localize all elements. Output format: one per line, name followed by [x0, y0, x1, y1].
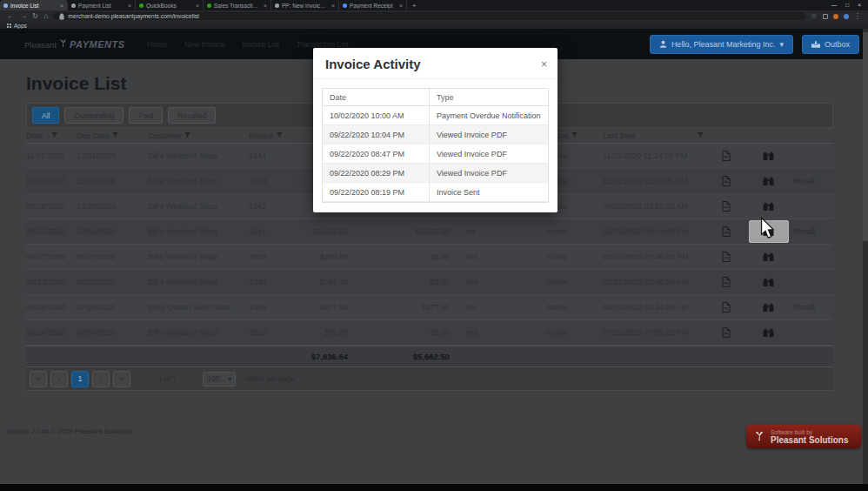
view-pdf-button[interactable] — [711, 145, 741, 166]
filter-funnel-icon[interactable] — [277, 132, 283, 138]
header-date[interactable]: Date ↑ — [26, 131, 77, 140]
recall-link[interactable]: Recall — [793, 177, 815, 185]
tab-title: Sales Transactions — [214, 3, 261, 9]
recall-link[interactable]: Recall — [793, 303, 815, 312]
header-customer[interactable]: Customer — [148, 131, 249, 140]
tab-close-icon[interactable]: × — [331, 3, 335, 9]
reload-icon[interactable]: ↻ — [32, 12, 38, 20]
pagination-bar: « ‹ 1 › » 1 of 1 100 ▾ items per page — [26, 367, 833, 391]
browser-tab[interactable]: Sales Transactions × — [204, 0, 271, 10]
pleasant-solutions-badge[interactable]: Software built by Pleasant Solutions — [746, 425, 861, 448]
view-pdf-button[interactable] — [711, 246, 741, 267]
page-scrollbar[interactable] — [863, 29, 868, 484]
browser-tab[interactable]: QuickBooks × — [136, 0, 204, 10]
nav-menu-item[interactable]: Invoice List — [242, 40, 279, 49]
nav-menu-item[interactable]: Home — [147, 40, 167, 49]
browser-tab[interactable]: Payment List × — [68, 0, 136, 10]
recall-link[interactable]: Recall — [793, 227, 815, 236]
filter-chip[interactable]: Paid — [129, 107, 163, 124]
apps-label[interactable]: Apps — [14, 23, 27, 29]
new-tab-button[interactable]: + — [407, 0, 422, 10]
pdf-document-icon — [722, 201, 731, 212]
view-activity-button[interactable] — [749, 145, 789, 167]
extensions-icon[interactable] — [823, 14, 828, 19]
forward-icon[interactable]: → — [20, 12, 28, 20]
filter-funnel-icon[interactable] — [184, 132, 190, 138]
tab-close-icon[interactable]: × — [128, 3, 131, 9]
view-pdf-button[interactable] — [711, 322, 741, 343]
next-page-button[interactable]: › — [92, 371, 110, 387]
view-pdf-button[interactable] — [711, 196, 741, 217]
filter-funnel-icon[interactable] — [51, 132, 57, 138]
cell-balance: $0.00 — [353, 252, 455, 261]
home-icon[interactable]: ⌂ — [43, 12, 48, 20]
first-page-button[interactable]: « — [30, 371, 47, 387]
filter-funnel-icon[interactable] — [571, 132, 578, 138]
cell-invoice: 1043 — [249, 177, 294, 185]
view-activity-button[interactable] — [749, 246, 789, 268]
invoice-row[interactable]: 09/13/2020 09/23/2020 Bill's Windsurf Sh… — [26, 270, 833, 295]
filter-chip[interactable]: Outstanding — [64, 107, 124, 124]
bookmark-star-icon[interactable]: ☆ — [811, 12, 818, 20]
window-control-button[interactable]: □ — [845, 3, 849, 9]
nav-menu-item[interactable]: New Invoice — [184, 40, 224, 49]
tab-close-icon[interactable]: × — [264, 3, 267, 9]
url-bar[interactable]: merchant-demo.pleasantpayments.com/invoi… — [53, 12, 805, 20]
nav-menu-item[interactable]: Transaction List — [297, 40, 349, 49]
filter-funnel-icon[interactable] — [698, 132, 704, 138]
view-pdf-button[interactable] — [711, 272, 741, 293]
view-pdf-button[interactable] — [711, 297, 741, 318]
cell-last-sent: 09/20/2020 03:34:06 AM — [603, 303, 709, 312]
dialog-close-icon[interactable]: × — [541, 58, 547, 71]
browser-tab-strip: Invoice List × Payment List × QuickBooks… — [0, 0, 868, 10]
badge-brand: Pleasant Solutions — [771, 435, 848, 445]
account-menu-button[interactable]: Hello, Pleasant Marketing Inc. ▾ — [650, 35, 793, 54]
scrollbar-thumb[interactable] — [863, 32, 868, 241]
window-control-button[interactable]: × — [858, 3, 861, 9]
secondary-avatar[interactable] — [844, 14, 849, 19]
window-control-button[interactable]: — — [831, 3, 838, 9]
browser-tab[interactable]: Payment Receipt × — [339, 0, 407, 10]
tab-favicon-icon — [275, 3, 279, 8]
activity-header-type: Type — [429, 89, 548, 105]
apps-grid-icon[interactable] — [7, 24, 11, 28]
page-size-select[interactable]: 100 ▾ — [203, 372, 236, 387]
view-activity-button[interactable] — [749, 321, 789, 344]
activity-type: Payment Overdue Notification — [429, 106, 548, 124]
filter-chip[interactable]: Recalled — [168, 107, 216, 124]
cell-customer: Bill's Windsurf Shop — [148, 278, 249, 286]
view-activity-button[interactable] — [749, 296, 789, 319]
prev-page-button[interactable]: ‹ — [50, 371, 68, 387]
view-pdf-button[interactable] — [711, 221, 741, 242]
view-activity-button[interactable] — [749, 170, 789, 192]
browser-tab[interactable]: PP: New Invoice - customerpaym × — [271, 0, 339, 10]
header-invoice[interactable]: Invoice — [249, 131, 294, 140]
profile-avatar[interactable] — [833, 14, 838, 19]
invoice-row[interactable]: 06/25/2020 07/25/2020 0969 Ocean View Ro… — [26, 295, 833, 320]
cell-last-sent: 09/28/2020 03:59:03 AM — [603, 202, 709, 211]
url-text: merchant-demo.pleasantpayments.com/invoi… — [68, 13, 199, 19]
tab-close-icon[interactable]: × — [60, 3, 63, 9]
tab-close-icon[interactable]: × — [399, 3, 403, 9]
filter-chip[interactable]: All — [32, 107, 59, 124]
browser-menu-icon[interactable]: ⋮ — [854, 12, 862, 20]
outbox-button[interactable]: Outbox — [802, 35, 859, 54]
binoculars-icon — [763, 278, 774, 286]
cell-invoice: 1041 — [249, 227, 294, 236]
view-activity-button[interactable] — [749, 195, 789, 218]
filter-funnel-icon[interactable] — [112, 132, 118, 138]
invoice-row[interactable]: 06/24/2020 07/24/2020 Bill's Windsurf Sh… — [26, 320, 833, 346]
last-page-button[interactable]: » — [113, 371, 130, 387]
tab-close-icon[interactable]: × — [196, 3, 199, 9]
invoice-row[interactable]: 09/21/2020 10/01/2020 Bill's Windsurf Sh… — [26, 219, 833, 245]
header-due-date[interactable]: Due Date — [77, 131, 148, 140]
invoice-row[interactable]: 09/17/2020 09/27/2020 Bill's Windsurf Sh… — [26, 245, 833, 270]
view-pdf-button[interactable] — [711, 171, 741, 192]
back-icon[interactable]: ← — [7, 12, 15, 20]
browser-tab[interactable]: Invoice List × — [0, 0, 68, 10]
header-last-sent[interactable]: Last Sent — [603, 131, 833, 140]
view-activity-button[interactable] — [749, 271, 789, 293]
brand-logo[interactable]: Pleasant PAYMENTS — [24, 39, 124, 50]
activity-type: Viewed Invoice PDF — [429, 145, 548, 163]
current-page-button[interactable]: 1 — [71, 371, 89, 387]
